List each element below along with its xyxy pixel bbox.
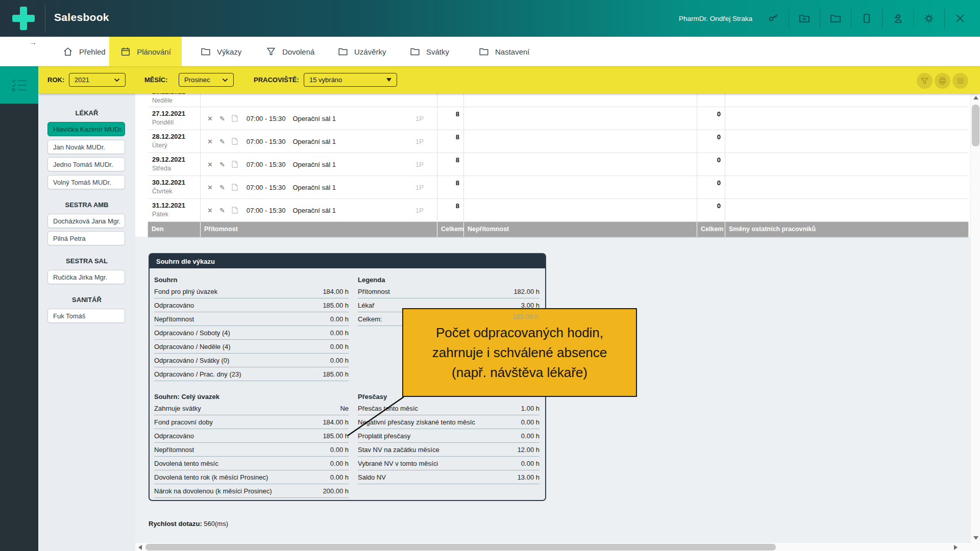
row-value: 0.00 h (521, 432, 540, 440)
tab-label: Nastavení (495, 47, 530, 56)
table-row: 28.12.2021 Úterý ✕ ✎ 07:00 - 15:30 Opera… (148, 130, 968, 153)
print-button[interactable] (935, 73, 950, 89)
row-label: Stav NV na začátku měsíce (358, 446, 439, 454)
row-day: Čtvrtek (152, 188, 200, 195)
row-label: Dovolená tento rok (k měsíci Prosinec) (154, 473, 268, 481)
delete-shift-icon[interactable]: ✕ (207, 207, 213, 214)
header-actions: PharmDr. Ondřej Straka N (679, 0, 967, 37)
shift-place: Operační sál 1 (292, 184, 336, 191)
staff-item[interactable]: Ručička Jirka Mgr. (47, 270, 125, 284)
tooltip-text: Počet odpracovaných hodin, (436, 323, 603, 342)
shift-note-icon[interactable] (232, 184, 238, 191)
filter-funnel-button[interactable] (917, 73, 933, 89)
row-label: Odpracováno / Prac. dny (23) (154, 370, 241, 378)
delete-shift-icon[interactable]: ✕ (207, 184, 213, 191)
shift-note-icon[interactable] (232, 138, 238, 145)
edit-shift-icon[interactable]: ✎ (219, 207, 225, 214)
scroll-down-arrow-icon[interactable] (973, 536, 978, 540)
tab-svatky[interactable]: Svátky (409, 37, 449, 66)
staff-item[interactable]: Fuk Tomáš (47, 309, 125, 323)
worklist-toggle-button[interactable] (0, 66, 38, 104)
horizontal-scrollbar[interactable] (135, 542, 970, 551)
arrow-right-icon[interactable]: → (29, 38, 37, 46)
row-day: Pátek (152, 211, 200, 218)
shift-note-icon[interactable] (232, 207, 238, 214)
tab-vykazy[interactable]: Výkazy (200, 37, 241, 66)
row-value: 12.00 h (518, 446, 540, 454)
table-row: 30.12.2021 Čtvrtek ✕ ✎ 07:00 - 15:30 Ope… (148, 176, 968, 199)
staff-item[interactable]: Jedno Tomáš MUDr. (47, 157, 125, 171)
tab-prehled[interactable]: Přehled (62, 37, 106, 66)
shift-note-icon[interactable] (232, 115, 238, 122)
row-value: 0.00 h (330, 343, 349, 350)
summary-row: Saldo NV13.00 h (358, 470, 540, 484)
scroll-right-arrow-icon[interactable] (954, 545, 958, 550)
folder-icon (409, 46, 421, 57)
staff-item[interactable]: Pilná Petra (47, 231, 125, 245)
delete-shift-icon[interactable]: ✕ (207, 161, 213, 168)
printer-icon (938, 77, 947, 85)
folder-icon[interactable] (829, 12, 842, 25)
staff-item[interactable]: Hlavička Kazimír MUDr. (47, 122, 125, 136)
footer-col-smeny: Směny ostatních pracovníků (725, 222, 968, 237)
staff-name: Pilná Petra (53, 235, 86, 242)
shift-tag: 1P (415, 115, 424, 122)
close-icon[interactable] (953, 12, 967, 25)
edit-shift-icon[interactable]: ✎ (219, 138, 225, 145)
tab-uzaverky[interactable]: Uzávěrky (337, 37, 386, 66)
staff-item[interactable]: Jan Novák MUDr. (47, 140, 125, 154)
shift-tag: 1P (415, 138, 424, 145)
hours-total: 8 (437, 130, 464, 153)
scroll-up-arrow-icon[interactable] (973, 96, 978, 99)
shift-note-icon[interactable] (232, 161, 238, 168)
staff-name: Docházková Jana Mgr. (53, 217, 120, 225)
row-label: Odpracováno / Soboty (4) (154, 329, 230, 337)
summary-row: Nepřítomnost0.00 h (154, 312, 349, 326)
shift-time: 07:00 - 15:30 (247, 184, 286, 191)
vertical-scroll-thumb[interactable] (972, 105, 979, 146)
hours-total: 8 (437, 176, 464, 198)
pracoviste-label: PRACOVIŠTĚ: (254, 76, 299, 84)
tab-nastaveni[interactable]: Nastavení (478, 37, 530, 66)
staff-item[interactable]: Volný Tomáš MUDr. (47, 175, 125, 189)
tablet-icon[interactable] (860, 12, 873, 25)
footer-col-nepritomnost: Nepřítomnost (464, 222, 697, 237)
rok-select[interactable]: 2021 (69, 73, 126, 87)
footer-col-den: Den (148, 222, 201, 237)
header-separator (851, 9, 851, 28)
rok-value: 2021 (75, 76, 89, 84)
tooltip-pointer-line (344, 392, 407, 440)
folder-note-icon[interactable]: N (798, 12, 811, 25)
tab-label: Uzávěrky (354, 47, 386, 56)
delete-shift-icon[interactable]: ✕ (207, 138, 213, 145)
edit-shift-icon[interactable]: ✎ (219, 115, 225, 122)
group-title-sanitar: SANITÁŘ (38, 296, 135, 304)
shift-place: Operační sál 1 (292, 161, 336, 168)
users-icon[interactable] (891, 12, 904, 25)
header-separator (913, 9, 914, 28)
absence-total: 0 (697, 176, 725, 198)
mesic-label: MĚSÍC: (144, 76, 168, 84)
mesic-select[interactable]: Prosinec (179, 73, 234, 87)
settings-gear-icon[interactable] (922, 12, 936, 25)
staff-name: Hlavička Kazimír MUDr. (53, 126, 123, 133)
edit-shift-icon[interactable]: ✎ (219, 161, 225, 168)
main-content: 26.12.2021 Neděle 27.12.2021 Pondělí ✕ ✎… (135, 93, 970, 542)
vertical-scrollbar[interactable] (970, 93, 980, 542)
key-icon[interactable] (767, 12, 780, 25)
summary-row: Odpracováno / Neděle (4)0.00 h (154, 340, 349, 354)
row-label: Fond pracovní doby (154, 418, 213, 426)
other-shifts-cell (725, 199, 968, 221)
staff-item[interactable]: Docházková Jana Mgr. (47, 214, 125, 228)
delete-shift-icon[interactable]: ✕ (207, 115, 213, 122)
pracoviste-select[interactable]: 15 vybráno (304, 73, 397, 87)
tab-dovolena[interactable]: Dovolená (265, 37, 314, 66)
tab-planovani[interactable]: Plánování (109, 37, 182, 66)
scroll-left-arrow-icon[interactable] (138, 545, 142, 550)
menu-button[interactable] (952, 73, 968, 89)
tooltip-text: zahrnuje i schválené absence (432, 343, 607, 362)
funnel-icon (920, 77, 929, 85)
edit-shift-icon[interactable]: ✎ (219, 184, 225, 191)
horizontal-scroll-thumb[interactable] (145, 544, 776, 550)
header-divider (45, 4, 45, 33)
